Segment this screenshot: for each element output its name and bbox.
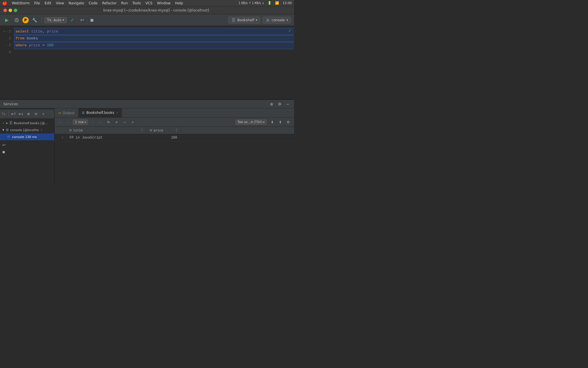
menu-help[interactable]: Help [175,1,183,5]
stop-button[interactable]: ■ [88,16,96,24]
tree-check-icon: ✓ [2,121,5,125]
network-indicator: 1 KB/s ↑ 1 KB/s ↓ [239,1,264,5]
sort-title-button[interactable]: ▲ ▼ [142,128,143,133]
line-number-3: ⌐ 3 [0,42,11,49]
nav-next-button[interactable]: ⟩ [89,119,96,126]
menu-run[interactable]: Run [121,1,128,5]
settings-button[interactable]: 🔧 [30,16,38,24]
tree-expand-icon[interactable]: ▶ [6,122,8,124]
services-add-button[interactable]: ⊕ [269,101,274,107]
data-grid[interactable]: ⊞ title ▲ ▼ ⊞ price ▲ ▼ [55,127,294,184]
tree-item-console-session[interactable]: ↺ console 130 ms [0,133,54,140]
result-toolbar: ⟨⟨ ⟨ 1 row ▾ ⟩ ⟩⟩ ↻ + − » Tab-se...d (TS… [55,118,294,127]
tree-stop-area[interactable]: ■ [0,148,54,155]
tree-collapse-icon[interactable]: ▼ [2,129,4,131]
tab-bookshelf-books[interactable]: ⊞ Bookshelf.books × [78,108,122,117]
format-selector[interactable]: Tab-se...d (TSV) ▾ [236,120,266,124]
add-row-button[interactable]: + [113,119,120,126]
line-number-1: ✓ ⌐ 1 [0,28,11,35]
execute-check-button[interactable]: ✓ [68,16,76,24]
stop-icon[interactable]: ■ [2,150,5,154]
apple-menu[interactable]: 🍎 [2,1,7,5]
services-close-button[interactable]: − [285,101,291,107]
code-line-3[interactable]: where price = 100 [14,42,294,49]
menu-vcs[interactable]: VCS [146,1,152,5]
services-settings-button[interactable]: ⚙ [277,101,283,107]
nav-last-button[interactable]: ⟩⟩ [97,119,104,126]
menu-file[interactable]: File [34,1,40,5]
fold-icon-3[interactable]: ⌐ [6,42,7,49]
output-icon: → [58,111,61,115]
run-button[interactable]: ▶ [3,16,11,24]
tab-close-button[interactable]: × [116,111,118,114]
tree-console-icon: 🖥 [5,128,9,132]
col-title-icon: ⊞ [69,128,71,133]
upload-button[interactable]: ⬆ [277,119,284,126]
tree-back-area[interactable]: ↩ [0,141,54,148]
close-button[interactable] [3,9,7,12]
undo-button[interactable]: ↩ [78,16,86,24]
menu-window[interactable]: Window [157,1,171,5]
console-dropdown[interactable]: 🖥 console ▾ [263,17,291,24]
services-body: Tx ≡↑ ≡↓ ⊞ ⊟ + ✓ ▶ 🗄 Bookshelf.books [@l… [0,108,294,184]
filter-down-button[interactable]: ≡↓ [18,111,24,117]
minimize-button[interactable] [9,9,12,12]
back-icon[interactable]: ↩ [2,143,6,147]
grid-cell-title-1[interactable]: FP in JavaScript [66,134,146,141]
editor-area[interactable]: ✓ ⌐ 1 2 ⌐ 3 4 select title, price from b… [0,26,294,99]
filter-up-button[interactable]: ≡↑ [10,111,17,117]
maximize-button[interactable] [14,9,17,12]
tree-item-bookshelf-books[interactable]: ✓ ▶ 🗄 Bookshelf.books [@loc [0,120,54,126]
grid-icon: ⊞ [82,111,85,115]
more-button[interactable]: » [129,119,136,126]
remove-row-button[interactable]: − [121,119,128,126]
value-100: 100 [47,42,53,49]
tab-output[interactable]: → Output [55,108,78,117]
grid-header: ⊞ title ▲ ▼ ⊞ price ▲ ▼ [55,127,294,134]
loading-icon: ↺ [7,135,10,139]
services-header: Services ⊕ ⚙ − [0,100,294,108]
services-left-toolbar: Tx ≡↑ ≡↓ ⊞ ⊟ + [0,110,54,118]
pin-button[interactable]: ⊟ [33,111,39,117]
grid-settings-button[interactable]: ⚙ [285,119,292,126]
console-icon: 🖥 [266,18,270,22]
rows-selector[interactable]: 1 row ▾ [73,120,88,124]
bookshelf-dropdown[interactable]: 🗄 Bookshelf ▾ [228,17,260,24]
titlebar: knex-mysql [~/code/knex/knex-mysql] - co… [0,6,294,14]
nav-first-button[interactable]: ⟨⟨ [57,119,64,126]
tx-label: Tx [2,112,5,116]
menu-edit[interactable]: Edit [45,1,51,5]
code-line-2[interactable]: from books [14,35,294,42]
tx-selector[interactable]: Tx: Auto ▾ [45,17,67,23]
menu-view[interactable]: View [56,1,64,5]
code-editor[interactable]: select title, price from books where pri… [14,26,294,99]
tab-output-label: Output [63,111,75,115]
keyword-select: select [16,28,29,35]
grid-col-price[interactable]: ⊞ price ▲ ▼ [146,127,181,134]
code-line-1[interactable]: select title, price [14,28,294,35]
menu-code[interactable]: Code [89,1,98,5]
grid-row-1[interactable]: 1 FP in JavaScript 100 [55,134,294,141]
p-button[interactable]: P [22,17,29,23]
tree-label-session: console 130 ms [12,135,37,139]
grid-cell-price-1[interactable]: 100 [146,134,181,141]
add-service-button[interactable]: + [40,111,47,117]
tree-item-console[interactable]: ▼ 🖥 console [@localhost] 3 [0,126,54,133]
grid-view-button[interactable]: ⊞ [25,111,32,117]
refresh-button[interactable]: ↻ [105,119,112,126]
menu-refactor[interactable]: Refactor [102,1,117,5]
menu-navigate[interactable]: Navigate [69,1,84,5]
history-button[interactable] [13,16,21,24]
menubar: 🍎 WebStorm File Edit View Navigate Code … [0,0,294,6]
window-title: knex-mysql [~/code/knex/knex-mysql] - co… [22,8,291,12]
fold-icon-1[interactable]: ⌐ [6,28,7,35]
col-title: title [31,28,42,35]
menu-webstorm[interactable]: WebStorm [12,1,30,5]
download-button[interactable]: ⬇ [269,119,276,126]
sort-price-button[interactable]: ▲ ▼ [176,128,177,133]
menu-tools[interactable]: Tools [132,1,141,5]
clock: 12:00 [283,1,292,5]
nav-prev-button[interactable]: ⟨ [65,119,72,126]
grid-col-title[interactable]: ⊞ title ▲ ▼ [66,127,146,134]
code-line-4[interactable] [14,49,294,56]
